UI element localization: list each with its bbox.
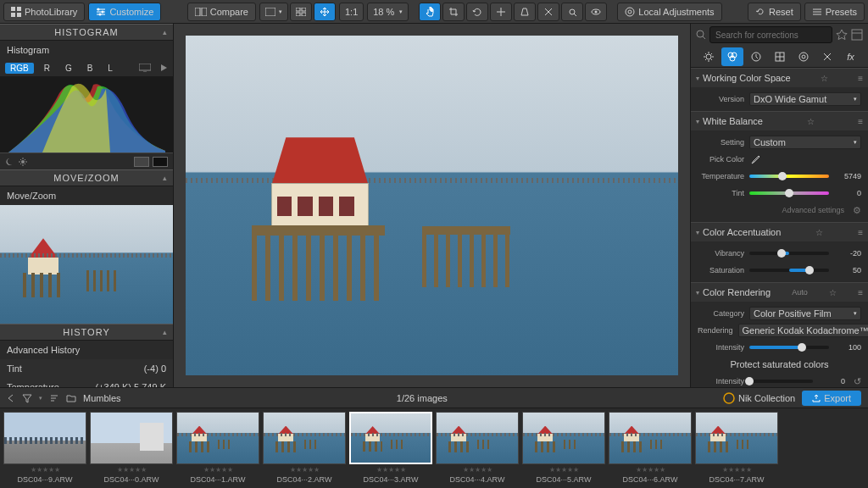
presets-button[interactable]: Presets — [804, 3, 865, 21]
zoom-level-button[interactable]: 18 %▾ — [367, 3, 409, 21]
horizon-tool-button[interactable] — [490, 3, 512, 21]
category-select[interactable]: Color Positive Film▾ — [749, 307, 861, 320]
section-header[interactable]: ▾Color RenderingAuto☆≡ — [691, 283, 868, 302]
rendering-select[interactable]: Generic Kodak Kodachrome™ 64▾ — [738, 324, 868, 337]
thumbnail-rating[interactable]: ★★★★★ — [90, 466, 173, 474]
repair-tool-button[interactable] — [561, 3, 583, 21]
hist-tab-b[interactable]: B — [82, 63, 98, 74]
collapse-icon[interactable]: ▴ — [163, 28, 168, 36]
corrections-search-input[interactable] — [709, 26, 832, 43]
perspective-tool-button[interactable] — [514, 3, 536, 21]
tab-color[interactable] — [721, 47, 743, 66]
sun-icon[interactable] — [19, 158, 27, 166]
thumbnail-rating[interactable]: ★★★★★ — [695, 466, 778, 474]
thumbnail-rating[interactable]: ★★★★★ — [263, 466, 346, 474]
tab-geometry[interactable] — [769, 47, 791, 66]
layout-single-button[interactable]: ▾ — [259, 3, 288, 21]
monitor-icon[interactable] — [139, 64, 151, 72]
thumbnail[interactable]: ★★★★★DSC04···9.ARW — [3, 412, 86, 485]
star-icon[interactable]: ☆ — [815, 228, 823, 237]
hist-tab-rgb[interactable]: RGB — [5, 63, 34, 74]
movezoom-header[interactable]: MOVE/ZOOM▴ — [0, 169, 173, 186]
eyedropper-icon[interactable] — [749, 153, 761, 165]
tint-slider[interactable] — [749, 191, 829, 195]
hand-tool-button[interactable] — [419, 3, 441, 21]
thumbnail[interactable]: ★★★★★DSC04···3.ARW — [349, 412, 432, 485]
customize-button[interactable]: Customize — [88, 3, 161, 21]
advanced-settings-link[interactable]: Advanced settings — [782, 206, 844, 214]
nik-collection-button[interactable]: Nik Collection — [723, 392, 795, 404]
collapse-icon[interactable]: ▴ — [163, 328, 168, 336]
star-icon[interactable]: ☆ — [821, 74, 828, 83]
menu-icon[interactable]: ≡ — [858, 117, 863, 126]
star-icon[interactable]: ☆ — [829, 288, 837, 297]
section-header[interactable]: ▾White Balance☆≡ — [691, 112, 868, 130]
hist-tab-r[interactable]: R — [39, 63, 55, 74]
section-header[interactable]: ▾Color Accentuation☆≡ — [691, 223, 868, 241]
reset-icon[interactable]: ↺ — [854, 376, 861, 387]
thumbnail-rating[interactable]: ★★★★★ — [176, 466, 259, 474]
protect-intensity-slider[interactable] — [749, 380, 813, 383]
redeye-tool-button[interactable] — [585, 3, 607, 21]
tab-watermark[interactable] — [816, 47, 838, 66]
thumbnail-rating[interactable]: ★★★★★ — [3, 466, 86, 474]
star-icon[interactable] — [836, 29, 848, 41]
play-icon[interactable] — [159, 64, 168, 72]
reset-button[interactable]: Reset — [748, 3, 801, 21]
export-button[interactable]: Export — [802, 391, 861, 406]
vibrancy-slider[interactable] — [749, 252, 829, 255]
image-viewer[interactable] — [174, 24, 690, 387]
menu-icon[interactable]: ≡ — [858, 288, 863, 297]
photolibrary-button[interactable]: PhotoLibrary — [3, 3, 85, 21]
thumbnail[interactable]: ★★★★★DSC04···5.ARW — [522, 412, 605, 485]
thumbnail[interactable]: ★★★★★DSC04···1.ARW — [176, 412, 259, 485]
history-header[interactable]: HISTORY▴ — [0, 324, 173, 341]
hist-tab-g[interactable]: G — [60, 63, 77, 74]
temperature-slider[interactable] — [749, 175, 829, 178]
histogram-header[interactable]: HISTOGRAM▴ — [0, 24, 173, 41]
compare-button[interactable]: Compare — [187, 3, 256, 21]
thumbnail-rating[interactable]: ★★★★★ — [522, 466, 605, 474]
filter-icon[interactable] — [22, 393, 32, 403]
filmstrip[interactable]: ★★★★★DSC04···9.ARW★★★★★DSC04···0.ARW★★★★… — [0, 408, 868, 488]
navigator-preview[interactable] — [0, 205, 173, 324]
panel-icon[interactable] — [851, 29, 863, 41]
local-adjustments-button[interactable]: Local Adjustments — [617, 3, 721, 21]
history-item[interactable]: Temperature (+349 K) 5,749 K — [0, 378, 173, 387]
layout-grid-button[interactable] — [290, 3, 312, 21]
tab-light[interactable] — [698, 47, 720, 66]
tab-detail[interactable] — [745, 47, 767, 66]
tab-local[interactable] — [793, 47, 815, 66]
thumbnail-rating[interactable]: ★★★★★ — [609, 466, 692, 474]
moon-icon[interactable] — [5, 158, 14, 166]
saturation-slider[interactable] — [749, 269, 829, 272]
section-header[interactable]: ▾Working Color Space☆≡ — [691, 69, 868, 87]
thumbnail[interactable]: ★★★★★DSC04···0.ARW — [90, 412, 173, 485]
rotate-tool-button[interactable] — [466, 3, 488, 21]
tab-fx[interactable]: fx — [840, 47, 862, 66]
star-icon[interactable]: ☆ — [807, 117, 815, 126]
sort-icon[interactable] — [49, 393, 59, 403]
menu-icon[interactable]: ≡ — [858, 74, 863, 83]
history-item[interactable]: Tint (-4) 0 — [0, 359, 173, 378]
thumbnail[interactable]: ★★★★★DSC04···7.ARW — [695, 412, 778, 485]
version-select[interactable]: DxO Wide Gamut▾ — [749, 92, 861, 106]
thumbnail-rating[interactable]: ★★★★★ — [436, 466, 519, 474]
wb-setting-select[interactable]: Custom▾ — [749, 136, 861, 149]
gear-icon[interactable]: ⚙ — [853, 205, 861, 216]
warp-tool-button[interactable] — [537, 3, 559, 21]
thumbnail-rating[interactable]: ★★★★★ — [349, 466, 432, 474]
move-tool-button[interactable] — [314, 3, 336, 21]
highlight-clip-toggle[interactable] — [153, 157, 168, 167]
thumbnail[interactable]: ★★★★★DSC04···4.ARW — [436, 412, 519, 485]
auto-button[interactable]: Auto — [792, 288, 808, 297]
zoom-ratio-button[interactable]: 1:1 — [339, 3, 364, 21]
thumbnail[interactable]: ★★★★★DSC04···2.ARW — [263, 412, 346, 485]
thumbnail[interactable]: ★★★★★DSC04···6.ARW — [609, 412, 692, 485]
menu-icon[interactable]: ≡ — [858, 228, 863, 237]
shadow-clip-toggle[interactable] — [134, 157, 149, 167]
chevron-left-icon[interactable] — [7, 394, 15, 402]
collapse-icon[interactable]: ▴ — [163, 174, 168, 182]
hist-tab-l[interactable]: L — [103, 63, 118, 74]
crop-tool-button[interactable] — [442, 3, 465, 21]
